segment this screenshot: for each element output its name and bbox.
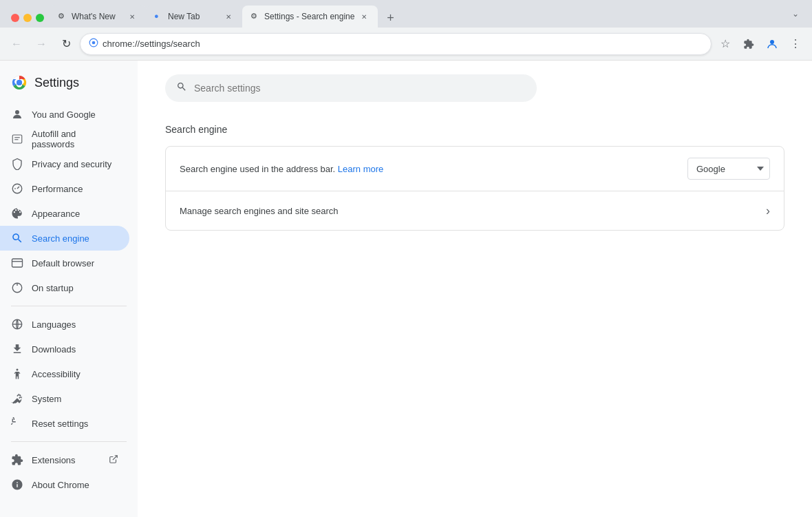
new-tab-button[interactable]: + bbox=[381, 8, 400, 28]
accessibility-icon bbox=[11, 368, 23, 380]
info-icon bbox=[11, 478, 23, 491]
window-minimize-button[interactable] bbox=[23, 14, 32, 22]
tab-favicon-whats-new: ⚙ bbox=[58, 12, 67, 21]
extensions-button[interactable] bbox=[738, 33, 760, 55]
sidebar-item-appearance[interactable]: Appearance bbox=[0, 201, 129, 226]
globe-icon bbox=[11, 318, 23, 330]
tab-close-settings[interactable]: ✕ bbox=[359, 11, 370, 22]
manage-search-engines-row[interactable]: Manage search engines and site search › bbox=[166, 191, 784, 230]
sidebar-item-label-autofill: Autofill and passwords bbox=[32, 129, 118, 149]
sidebar-item-label-privacy: Privacy and security bbox=[32, 159, 111, 169]
badge-icon bbox=[11, 133, 23, 145]
sidebar-item-label-reset-settings: Reset settings bbox=[32, 419, 88, 429]
search-engine-row: Search engine used in the address bar. L… bbox=[166, 147, 784, 191]
svg-point-6 bbox=[15, 110, 19, 114]
profile-button[interactable] bbox=[761, 33, 783, 55]
tab-title-settings: Settings - Search engine bbox=[264, 12, 354, 21]
sidebar-item-label-search-engine: Search engine bbox=[32, 233, 89, 244]
shield-icon bbox=[11, 158, 23, 170]
window-close-button[interactable] bbox=[11, 14, 19, 22]
sidebar-item-label-extensions: Extensions bbox=[32, 455, 76, 465]
svg-rect-7 bbox=[12, 135, 22, 143]
sidebar-item-autofill[interactable]: Autofill and passwords bbox=[0, 127, 129, 151]
tab-close-whats-new[interactable]: ✕ bbox=[127, 11, 138, 22]
tab-favicon-settings: ⚙ bbox=[250, 12, 260, 21]
sidebar-item-label-system: System bbox=[32, 394, 61, 404]
sidebar-item-on-startup[interactable]: On startup bbox=[0, 275, 129, 300]
sidebar-item-about-chrome[interactable]: About Chrome bbox=[0, 472, 129, 497]
manage-search-engines-text: Manage search engines and site search bbox=[180, 206, 766, 216]
tab-new-tab[interactable]: ● New Tab ✕ bbox=[146, 6, 242, 28]
power-icon bbox=[11, 282, 23, 294]
settings-search-bar[interactable] bbox=[165, 74, 537, 102]
address-prefix bbox=[89, 38, 98, 50]
title-bar: ⚙ What's New ✕ ● New Tab ✕ ⚙ Settings - … bbox=[0, 0, 812, 28]
reload-button[interactable]: ↻ bbox=[55, 33, 77, 55]
back-button[interactable]: ← bbox=[6, 33, 28, 55]
search-icon bbox=[11, 232, 23, 244]
external-link-icon bbox=[109, 454, 118, 466]
settings-search-input[interactable] bbox=[194, 83, 526, 94]
sidebar-item-downloads[interactable]: Downloads bbox=[0, 337, 129, 361]
search-engine-dropdown[interactable]: Google Bing DuckDuckGo Yahoo Ecosia bbox=[687, 158, 770, 180]
sidebar-item-languages[interactable]: Languages bbox=[0, 312, 129, 337]
svg-rect-11 bbox=[12, 259, 23, 267]
search-engine-row-text: Search engine used in the address bar. L… bbox=[180, 164, 687, 174]
tab-search-button[interactable]: ⌄ bbox=[784, 3, 806, 25]
sidebar-title: Settings bbox=[34, 76, 79, 90]
address-text: chrome://settings/search bbox=[103, 39, 703, 49]
tab-settings[interactable]: ⚙ Settings - Search engine ✕ bbox=[242, 6, 378, 28]
svg-line-17 bbox=[113, 455, 117, 459]
sidebar-item-system[interactable]: System bbox=[0, 386, 129, 411]
address-bar-row: ← → ↻ chrome://settings/search ☆ ⋮ bbox=[0, 28, 812, 61]
sidebar-item-you-and-google[interactable]: You and Google bbox=[0, 102, 129, 127]
svg-point-1 bbox=[92, 41, 96, 45]
manage-search-engines-arrow-container: › bbox=[766, 204, 770, 218]
sidebar-item-label-downloads: Downloads bbox=[32, 344, 76, 355]
sidebar-separator-1 bbox=[11, 306, 127, 306]
forward-button[interactable]: → bbox=[30, 33, 52, 55]
address-bar[interactable]: chrome://settings/search bbox=[80, 33, 712, 55]
section-title: Search engine bbox=[165, 124, 784, 135]
sidebar-item-reset-settings[interactable]: Reset settings bbox=[0, 411, 129, 436]
svg-point-16 bbox=[17, 369, 19, 371]
sidebar-item-search-engine[interactable]: Search engine bbox=[0, 226, 129, 251]
sidebar-item-label-accessibility: Accessibility bbox=[32, 369, 81, 379]
sidebar-item-default-browser[interactable]: Default browser bbox=[0, 251, 129, 275]
palette-icon bbox=[11, 207, 23, 220]
person-icon bbox=[11, 108, 23, 120]
search-engine-card: Search engine used in the address bar. L… bbox=[165, 146, 784, 231]
menu-button[interactable]: ⋮ bbox=[784, 33, 806, 55]
sidebar: Settings You and Google Autofill and pas… bbox=[0, 61, 138, 517]
chevron-right-icon: › bbox=[766, 204, 770, 218]
svg-point-2 bbox=[770, 40, 774, 44]
search-engine-description: Search engine used in the address bar. bbox=[180, 164, 335, 174]
settings-search-icon bbox=[176, 81, 187, 95]
window-controls bbox=[6, 14, 50, 28]
tab-favicon-new-tab: ● bbox=[154, 12, 164, 21]
sidebar-item-label-about-chrome: About Chrome bbox=[32, 480, 89, 490]
learn-more-link[interactable]: Learn more bbox=[338, 164, 383, 174]
svg-point-5 bbox=[17, 80, 22, 85]
window-maximize-button[interactable] bbox=[36, 14, 44, 22]
content-area: Search engine Search engine used in the … bbox=[138, 61, 812, 517]
sidebar-item-extensions[interactable]: Extensions bbox=[0, 447, 129, 472]
tab-whats-new[interactable]: ⚙ What's New ✕ bbox=[50, 6, 146, 28]
sidebar-item-accessibility[interactable]: Accessibility bbox=[0, 361, 129, 386]
search-engine-dropdown-container: Google Bing DuckDuckGo Yahoo Ecosia bbox=[687, 158, 770, 180]
toolbar-icons: ☆ ⋮ bbox=[714, 33, 806, 55]
speed-icon bbox=[11, 182, 23, 195]
browser-icon bbox=[11, 257, 23, 269]
wrench-icon bbox=[11, 392, 23, 405]
bookmark-button[interactable]: ☆ bbox=[714, 33, 736, 55]
sidebar-item-performance[interactable]: Performance bbox=[0, 176, 129, 201]
sidebar-item-label-default-browser: Default browser bbox=[32, 258, 94, 268]
sidebar-item-privacy[interactable]: Privacy and security bbox=[0, 151, 129, 176]
download-icon bbox=[11, 343, 23, 355]
extension-icon bbox=[11, 454, 23, 466]
chrome-logo-icon bbox=[11, 74, 28, 91]
sidebar-item-label-on-startup: On startup bbox=[32, 283, 74, 293]
sidebar-item-label-languages: Languages bbox=[32, 319, 76, 330]
sidebar-item-label-performance: Performance bbox=[32, 184, 83, 194]
tab-close-new-tab[interactable]: ✕ bbox=[223, 11, 234, 22]
